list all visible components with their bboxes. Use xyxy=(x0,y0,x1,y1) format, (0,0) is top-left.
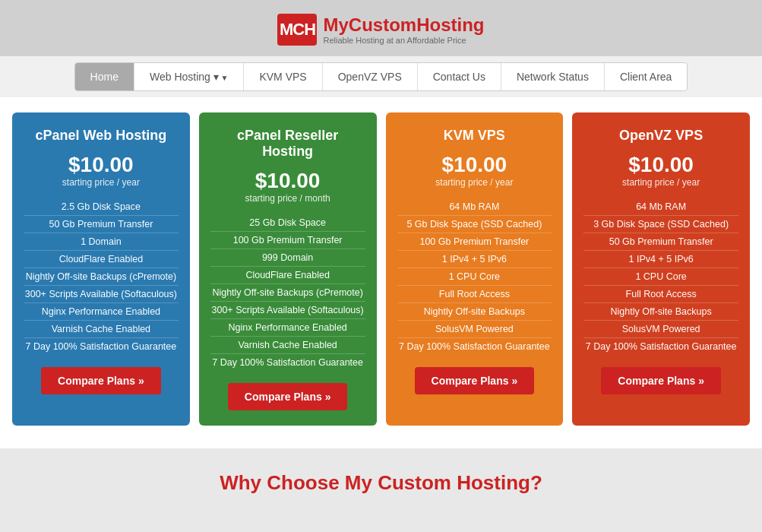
card-price-cpanel-web: $10.00 xyxy=(68,153,134,177)
pricing-card-kvm-vps: KVM VPS$10.00starting price / year64 Mb … xyxy=(386,112,564,426)
feature-item: 64 Mb RAM xyxy=(397,198,552,216)
feature-item: Varnish Cache Enabled xyxy=(24,321,179,338)
card-period-cpanel-reseller: starting price / month xyxy=(245,193,330,204)
compare-btn-cpanel-reseller[interactable]: Compare Plans » xyxy=(228,383,348,410)
feature-item: Nightly Off-site Backups xyxy=(583,303,738,321)
feature-item: CloudFlare Enabled xyxy=(24,251,179,268)
feature-item: 50 Gb Premium Transfer xyxy=(24,216,179,233)
card-features-cpanel-web: 2.5 Gb Disk Space50 Gb Premium Transfer1… xyxy=(24,198,179,355)
bottom-section: Why Choose My Custom Hosting? xyxy=(0,448,762,502)
logo-my: My xyxy=(323,14,348,35)
feature-item: 300+ Scripts Available (Softaculous) xyxy=(24,286,179,303)
feature-item: 1 CPU Core xyxy=(397,268,552,286)
nav-item-client-area[interactable]: Client Area xyxy=(605,63,687,90)
feature-item: 1 IPv4 + 5 IPv6 xyxy=(397,251,552,268)
card-title-cpanel-web: cPanel Web Hosting xyxy=(36,128,167,144)
feature-item: 1 Domain xyxy=(24,233,179,251)
feature-item: 5 Gb Disk Space (SSD Cached) xyxy=(397,216,552,233)
card-price-openvz-vps: $10.00 xyxy=(628,153,694,177)
nav-item-web-hosting[interactable]: Web Hosting ▾ xyxy=(134,63,244,90)
card-title-kvm-vps: KVM VPS xyxy=(444,128,505,144)
feature-item: 7 Day 100% Satisfaction Guarantee xyxy=(583,338,738,355)
logo-custom: Custom xyxy=(349,14,416,35)
card-period-cpanel-web: starting price / year xyxy=(62,177,140,188)
card-features-openvz-vps: 64 Mb RAM3 Gb Disk Space (SSD Cached)50 … xyxy=(583,198,738,355)
card-price-cpanel-reseller: $10.00 xyxy=(255,169,321,193)
feature-item: SolusVM Powered xyxy=(397,321,552,338)
card-title-openvz-vps: OpenVZ VPS xyxy=(619,128,703,144)
compare-btn-openvz-vps[interactable]: Compare Plans » xyxy=(601,367,721,394)
nav-item-kvm-vps[interactable]: KVM VPS xyxy=(244,63,322,90)
nav-item-home[interactable]: Home xyxy=(75,63,134,90)
card-price-kvm-vps: $10.00 xyxy=(442,153,507,177)
main-nav: Home Web Hosting ▾ KVM VPS OpenVZ VPS Co… xyxy=(74,62,688,91)
feature-item: 2.5 Gb Disk Space xyxy=(24,198,179,216)
pricing-section: cPanel Web Hosting$10.00starting price /… xyxy=(0,97,762,448)
feature-item: CloudFlare Enabled xyxy=(210,267,365,284)
feature-item: Nightly Off-site Backups (cPremote) xyxy=(24,268,179,286)
logo-brand: MyCustomHosting xyxy=(323,14,484,36)
nav-item-network-status[interactable]: Network Status xyxy=(501,63,605,90)
card-period-kvm-vps: starting price / year xyxy=(435,177,513,188)
feature-item: 1 IPv4 + 5 IPv6 xyxy=(583,251,738,268)
compare-btn-kvm-vps[interactable]: Compare Plans » xyxy=(415,367,535,394)
logo-icon: MCH xyxy=(277,14,317,46)
logo-tagline: Reliable Hosting at an Affordable Price xyxy=(323,36,484,45)
feature-item: 7 Day 100% Satisfaction Guarantee xyxy=(397,338,552,355)
logo-hosting: Hosting xyxy=(416,14,484,35)
feature-item: Full Root Access xyxy=(397,286,552,303)
card-title-cpanel-reseller: cPanel Reseller Hosting xyxy=(210,128,365,160)
feature-item: 25 Gb Disk Space xyxy=(210,214,365,232)
compare-btn-cpanel-web[interactable]: Compare Plans » xyxy=(41,367,161,394)
feature-item: 300+ Scripts Available (Softaculous) xyxy=(210,302,365,319)
nav-item-openvz-vps[interactable]: OpenVZ VPS xyxy=(323,63,418,90)
header: MCH MyCustomHosting Reliable Hosting at … xyxy=(0,0,762,56)
feature-item: Varnish Cache Enabled xyxy=(210,337,365,354)
pricing-card-openvz-vps: OpenVZ VPS$10.00starting price / year64 … xyxy=(572,112,750,426)
bottom-title: Why Choose My Custom Hosting? xyxy=(0,471,762,495)
feature-item: 3 Gb Disk Space (SSD Cached) xyxy=(583,216,738,233)
feature-item: 7 Day 100% Satisfaction Guarantee xyxy=(24,338,179,355)
logo-text: MyCustomHosting Reliable Hosting at an A… xyxy=(323,14,484,45)
card-features-cpanel-reseller: 25 Gb Disk Space100 Gb Premium Transfer9… xyxy=(210,214,365,371)
main-content: cPanel Web Hosting$10.00starting price /… xyxy=(0,97,762,448)
feature-item: SolusVM Powered xyxy=(583,321,738,338)
feature-item: 1 CPU Core xyxy=(583,268,738,286)
card-features-kvm-vps: 64 Mb RAM5 Gb Disk Space (SSD Cached)100… xyxy=(397,198,552,355)
nav-wrapper: Home Web Hosting ▾ KVM VPS OpenVZ VPS Co… xyxy=(0,56,762,97)
feature-item: Nightly Off-site Backups xyxy=(397,303,552,321)
nav-item-contact-us[interactable]: Contact Us xyxy=(418,63,501,90)
feature-item: 100 Gb Premium Transfer xyxy=(397,233,552,251)
feature-item: 100 Gb Premium Transfer xyxy=(210,232,365,249)
feature-item: 999 Domain xyxy=(210,249,365,267)
feature-item: Nginx Performance Enabled xyxy=(24,303,179,321)
feature-item: Nightly Off-site Backups (cPremote) xyxy=(210,284,365,302)
feature-item: 50 Gb Premium Transfer xyxy=(583,233,738,251)
feature-item: Nginx Performance Enabled xyxy=(210,319,365,337)
pricing-card-cpanel-web: cPanel Web Hosting$10.00starting price /… xyxy=(12,112,190,426)
card-period-openvz-vps: starting price / year xyxy=(622,177,700,188)
feature-item: Full Root Access xyxy=(583,286,738,303)
feature-item: 64 Mb RAM xyxy=(583,198,738,216)
pricing-grid: cPanel Web Hosting$10.00starting price /… xyxy=(8,112,754,426)
feature-item: 7 Day 100% Satisfaction Guarantee xyxy=(210,354,365,371)
logo: MCH MyCustomHosting Reliable Hosting at … xyxy=(277,14,484,46)
pricing-card-cpanel-reseller: cPanel Reseller Hosting$10.00starting pr… xyxy=(199,112,377,426)
